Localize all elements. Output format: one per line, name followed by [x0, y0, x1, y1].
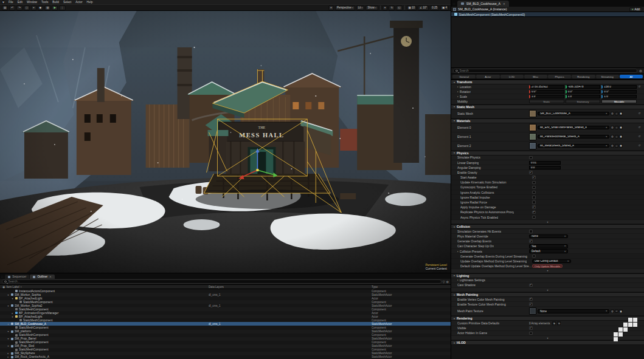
section-header-static-mesh[interactable]: ▾Static Mesh [451, 104, 644, 109]
dropdown-can-character-step-up-on[interactable]: Yes▾ [529, 244, 568, 248]
save-icon[interactable]: ▤ [2, 5, 8, 10]
reset-to-default-icon[interactable]: ↺ [637, 135, 642, 138]
translate-tool-icon[interactable]: + [383, 5, 388, 10]
grid-snap-toggle[interactable]: ▦ 10 [407, 5, 417, 10]
checkbox-ignore-radial-force[interactable] [532, 200, 536, 204]
blueprints-icon[interactable]: ◆ [38, 5, 44, 10]
section-header-transform[interactable]: ▾Transform [451, 80, 644, 84]
filter-all[interactable]: All [620, 75, 643, 78]
filter-misc[interactable]: Misc [524, 75, 547, 78]
undo-icon[interactable]: ↶ [9, 5, 15, 10]
tab-outliner[interactable]: Outliner✕ [30, 275, 54, 279]
checkbox-ignore-radial-impulse[interactable] [532, 196, 536, 199]
rotation-snap-toggle[interactable]: ∠ 10° [418, 5, 429, 10]
section-header-materials[interactable]: ▾Materials [451, 118, 644, 123]
z-field-rotation[interactable]: 0.0° [601, 90, 637, 94]
use-selected-asset-icon[interactable]: ← [615, 135, 618, 138]
redo-icon[interactable]: ↷ [16, 5, 23, 10]
dropdown-phys-material-override[interactable]: None▾ [529, 234, 568, 238]
outliner-settings-icon[interactable]: ⚙ [446, 280, 449, 284]
outliner-row-sm-bld-cookhouse-a[interactable]: ▾SM_BLD_Cookhouse_Adl_cms_1StaticMeshAct… [0, 322, 451, 326]
filter-streaming[interactable]: Streaming [596, 75, 619, 78]
checkbox-enable-vertex-color-mesh-painting[interactable]: ✓ [529, 298, 533, 301]
modes-icon[interactable]: ◻ [24, 5, 30, 10]
reset-to-default-icon[interactable]: ↺ [637, 126, 642, 129]
advanced-expander[interactable]: ▾ [451, 288, 644, 292]
details-search-input[interactable]: Search [453, 69, 637, 73]
advanced-expander[interactable]: ▾ [451, 220, 644, 224]
outliner-column-header[interactable]: ◉ Item Label ▴ Data Layers Type [0, 285, 451, 289]
browse-asset-icon[interactable]: ◎ [611, 112, 614, 115]
outliner-row-sm-rock-granitearctic-a[interactable]: ▸SM_Rock_GraniteArctic_AStaticMeshActor [0, 355, 451, 359]
asset-dropdown-element-0[interactable]: MI_Env_SmallTownPlanks_Shared_A▾ [538, 126, 609, 129]
asset-dropdown-element-1[interactable]: MI_PlanksRoofMetal_Sheets_A▾ [538, 135, 609, 138]
menu-window[interactable]: Window [26, 1, 38, 4]
mobility-stationary[interactable]: Stationary [566, 100, 601, 103]
details-tab[interactable]: SM_BLD_Cookhouse_A ✕ [457, 1, 508, 7]
copy-asset-icon[interactable]: ▣ [619, 126, 623, 129]
asset-dropdown-element-2[interactable]: MI_MetalSheets_Shared_A▾ [538, 144, 609, 148]
x-field-location[interactable]: 2730.352922 [529, 85, 564, 89]
camera-speed-button[interactable]: ▣ 4 [440, 5, 449, 10]
checkbox-async-physics-tick-enabled[interactable] [532, 216, 536, 219]
mobility-movable[interactable]: Movable [601, 100, 637, 103]
perspective-dropdown[interactable]: Perspective▾ [335, 5, 355, 10]
dropdown-collision-presets[interactable]: Default▾ [529, 249, 568, 253]
menu-actor[interactable]: Actor [75, 1, 83, 4]
outliner-row-sm-worker-sophia2[interactable]: ▾SM_Worker_Sophia2dl_cms_1StaticMeshActo… [0, 304, 451, 307]
filter-actor[interactable]: Actor [476, 75, 499, 78]
y-field-location[interactable]: -936.335478 [566, 85, 601, 89]
section-header-physics[interactable]: ▾Physics [451, 151, 644, 156]
menu-tools[interactable]: Tools [41, 1, 49, 4]
checkbox-visible[interactable]: ✓ [529, 326, 533, 330]
level-viewport[interactable]: THE MESS HALL [0, 11, 451, 273]
add-element-icon[interactable]: ⊕ [552, 321, 556, 325]
menu-help[interactable]: Help [86, 1, 94, 4]
section-header-mesh-painting[interactable]: ▾Mesh Painting [451, 292, 644, 297]
lit-mode-dropdown[interactable]: Lit▾ [356, 5, 365, 10]
outliner-filter-icon[interactable]: ▽ [443, 280, 445, 284]
checkbox-generate-overlap-events[interactable]: ✓ [529, 239, 533, 243]
checkbox-enable-gravity[interactable]: ✓ [529, 171, 533, 174]
outliner-search-input[interactable]: Search... [2, 279, 441, 284]
dropdown-update-overlaps-method-during-level-streaming[interactable]: Use Config Default▾ [532, 259, 571, 263]
viewport-scene[interactable]: THE MESS HALL [0, 11, 451, 273]
copy-asset-icon[interactable]: ▣ [619, 144, 623, 148]
rotate-tool-icon[interactable]: ↻ [389, 5, 395, 10]
filter-lod[interactable]: LOD [500, 75, 524, 78]
menu-file[interactable]: File [8, 1, 14, 4]
use-selected-asset-icon[interactable]: ← [615, 112, 618, 115]
browse-asset-icon[interactable]: ◎ [611, 309, 614, 313]
advanced-expander[interactable]: ▾ [451, 269, 644, 273]
y-field-rotation[interactable]: 0.0° [566, 90, 601, 94]
reset-to-default-icon[interactable]: ↺ [637, 144, 642, 147]
play-icon[interactable]: ▶ [52, 5, 58, 10]
checkbox-simulation-generates-hit-events[interactable] [529, 230, 533, 233]
asset-dropdown-mesh-paint-texture[interactable]: None▾ [538, 309, 609, 313]
x-field-scale[interactable]: 1.0 [529, 95, 564, 98]
use-selected-asset-icon[interactable]: ← [615, 144, 618, 148]
section-header-collision[interactable]: ▾Collision [451, 224, 644, 229]
viewport-options-icon[interactable]: ≡ [328, 5, 334, 10]
field-linear-damping[interactable]: 0.01 [529, 161, 561, 165]
cinematics-icon[interactable]: ▥ [44, 5, 50, 10]
y-field-scale[interactable]: 1.0 [566, 95, 601, 98]
copy-asset-icon[interactable]: ▣ [619, 309, 623, 313]
checkbox-ignore-analytic-collisions[interactable] [532, 191, 536, 194]
outliner-row-sm-worker-sophia[interactable]: ▾SM_Worker_Sophiadl_cms_1StaticMeshActor [0, 293, 451, 296]
add-component-button[interactable]: + Add [629, 7, 642, 12]
browse-asset-icon[interactable]: ◎ [611, 144, 614, 148]
checkbox-gyroscopic-torque-enabled[interactable] [532, 186, 536, 190]
clear-array-icon[interactable]: ⊖ [557, 321, 561, 325]
checkbox-enable-texture-color-mesh-painting[interactable]: ✓ [529, 303, 533, 306]
add-actor-icon[interactable]: + [31, 5, 36, 10]
close-tab-icon[interactable]: ✕ [503, 2, 505, 5]
details-settings-icon[interactable]: ⚙ [639, 69, 642, 73]
panel-grip[interactable]: ∷ [1, 275, 3, 278]
checkbox-cast-shadow[interactable]: ✓ [529, 284, 533, 287]
checkbox-start-awake[interactable]: ✓ [532, 176, 536, 179]
menu-edit[interactable]: Edit [17, 1, 23, 4]
show-flags-dropdown[interactable]: Show▾ [365, 5, 378, 10]
section-header-lighting[interactable]: ▾Lighting [451, 273, 644, 278]
x-field-rotation[interactable]: 0.0° [529, 90, 564, 94]
